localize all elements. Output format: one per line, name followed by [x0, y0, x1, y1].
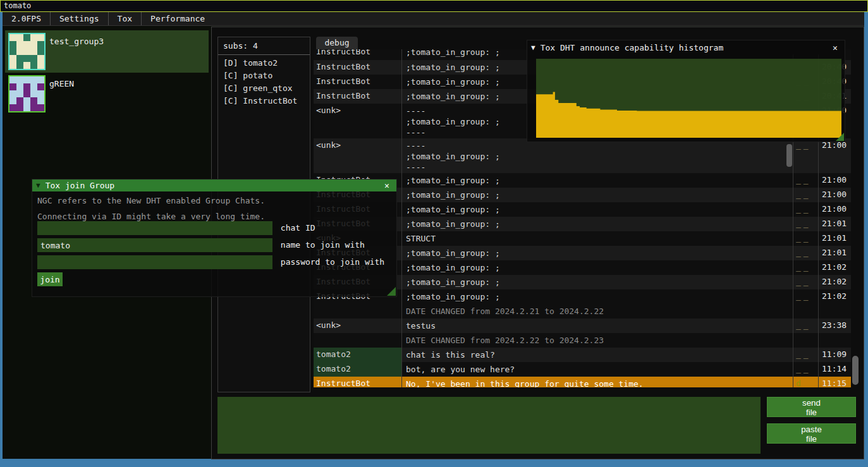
message-timestamp: 21:00: [819, 173, 850, 188]
paste-file-button[interactable]: paste file: [767, 423, 856, 444]
chat-message-row[interactable]: tomato2bot, are you new here?__11:14: [314, 362, 851, 377]
message-status-indicators: __: [793, 202, 819, 217]
date-separator-row[interactable]: DATE CHANGED from 2024.2.22 to 2024.2.23: [314, 333, 851, 348]
avatar-cell: [30, 34, 37, 41]
member-item[interactable]: [C] green_qtox: [223, 82, 310, 95]
message-author: [314, 304, 402, 318]
member-item[interactable]: [D] tomato2: [223, 57, 310, 70]
menu-item-tox[interactable]: Tox: [109, 12, 141, 25]
resize-grip-icon[interactable]: [387, 287, 396, 296]
chat-message-row[interactable]: InstructBotNo, I've been in this group f…: [314, 377, 851, 387]
status-indicator: _: [804, 291, 811, 301]
message-status-indicators: __: [793, 231, 819, 246]
message-status-indicators: [793, 333, 819, 348]
message-status-indicators: d_: [793, 377, 819, 387]
message-status-indicators: __: [793, 260, 819, 275]
message-author: <unk>: [314, 104, 402, 138]
row-scrollbar-thumb[interactable]: [786, 144, 792, 167]
status-indicator: _: [796, 277, 804, 286]
join-name-field[interactable]: [37, 238, 272, 252]
message-text: No, I've been in this group for quite so…: [402, 377, 793, 387]
chat-message-row[interactable]: <unk>---- ;tomato_in_group: ; ----__21:0…: [314, 138, 851, 173]
join-group-titlebar[interactable]: ▼ Tox join Group ✕: [32, 179, 396, 191]
close-icon[interactable]: ✕: [829, 43, 841, 52]
chat-id-field[interactable]: [37, 221, 272, 235]
message-status-indicators: __: [793, 173, 819, 188]
avatar-cell: [23, 104, 30, 111]
window-title-bar[interactable]: tomato: [0, 0, 868, 12]
join-password-field[interactable]: [37, 255, 272, 269]
group-name-label: test_group3: [49, 37, 104, 46]
message-author: <unk>: [314, 318, 402, 333]
message-status-indicators: __: [793, 217, 819, 231]
avatar-cell: [30, 97, 37, 104]
status-indicator: _: [796, 364, 804, 373]
avatar-cell: [9, 34, 16, 41]
chat-input[interactable]: [217, 397, 761, 454]
avatar-cell: [16, 97, 23, 104]
avatar-cell: [23, 34, 30, 41]
message-text: ;tomato_in_group: ;: [402, 173, 793, 188]
status-indicator: _: [796, 219, 804, 228]
member-item[interactable]: [C] InstructBot: [223, 95, 310, 107]
close-icon[interactable]: ✕: [381, 181, 393, 190]
avatar-cell: [23, 76, 30, 83]
collapse-arrow-icon[interactable]: ▼: [36, 181, 40, 190]
status-indicator: _: [804, 190, 811, 199]
message-timestamp: 11:09: [819, 348, 850, 362]
chat-message-row[interactable]: <unk>testus__23:38: [314, 318, 851, 333]
message-timestamp: 21:02: [819, 289, 850, 304]
join-button[interactable]: join: [37, 272, 63, 286]
message-author: InstructBot: [314, 75, 402, 89]
status-indicator: _: [796, 349, 804, 359]
group-item-gREEN[interactable]: gREEN: [5, 73, 209, 115]
message-author: <unk>: [314, 138, 402, 173]
status-indicator: _: [804, 204, 811, 214]
chat-scrollbar-thumb[interactable]: [852, 356, 859, 385]
avatar-cell: [16, 90, 23, 97]
status-indicator: _: [804, 320, 811, 330]
avatar-cell: [23, 48, 30, 55]
menu-bar: 2.0FPSSettingsToxPerformance: [3, 12, 864, 26]
join-password-label: password to join with: [281, 255, 384, 269]
collapse-arrow-icon[interactable]: ▼: [531, 44, 535, 52]
status-indicator: _: [804, 379, 811, 387]
message-author: InstructBot: [314, 377, 402, 387]
status-indicator: _: [804, 175, 811, 185]
avatar-cell: [23, 83, 30, 90]
avatar-cell: [37, 48, 44, 55]
avatar-cell: [37, 83, 44, 90]
join-info-line-1: NGC refers to the New DHT enabled Group …: [32, 195, 396, 207]
menu-item-settings[interactable]: Settings: [51, 12, 108, 25]
menu-item-performance[interactable]: Performance: [142, 12, 214, 25]
avatar-cell: [30, 41, 37, 48]
group-item-test_group3[interactable]: test_group3: [5, 30, 209, 73]
chat-message-row[interactable]: tomato2chat is this real?__11:09: [314, 348, 851, 362]
date-separator-row[interactable]: DATE CHANGED from 2024.2.21 to 2024.2.22: [314, 304, 851, 318]
resize-grip-icon[interactable]: [836, 133, 844, 141]
message-text: ;tomato_in_group: ;: [402, 246, 793, 260]
join-group-title: Tox join Group: [46, 181, 381, 190]
avatar-cell: [16, 62, 23, 69]
member-item[interactable]: [C] potato: [223, 70, 310, 82]
avatar-cell: [37, 62, 44, 69]
avatar-cell: [23, 97, 30, 104]
message-timestamp: 11:14: [819, 362, 850, 377]
avatar-cell: [37, 55, 44, 62]
message-timestamp: 23:38: [819, 318, 850, 333]
message-timestamp: 21:00: [819, 188, 850, 202]
avatar-cell: [16, 48, 23, 55]
dht-histogram-titlebar[interactable]: ▼ Tox DHT announce capability histogram …: [527, 40, 845, 54]
tab-debug[interactable]: debug: [316, 37, 358, 49]
send-file-button[interactable]: send file: [767, 397, 856, 417]
message-timestamp: 11:15: [819, 377, 850, 387]
message-timestamp: 21:01: [819, 231, 850, 246]
message-timestamp: [819, 333, 850, 348]
avatar-cell: [23, 41, 30, 48]
message-author: InstructBot: [314, 60, 402, 75]
status-indicator: _: [796, 248, 804, 257]
message-text: STRUCT: [402, 231, 793, 246]
message-author: [314, 333, 402, 348]
status-indicator: _: [804, 349, 811, 359]
message-status-indicators: __: [793, 348, 819, 362]
